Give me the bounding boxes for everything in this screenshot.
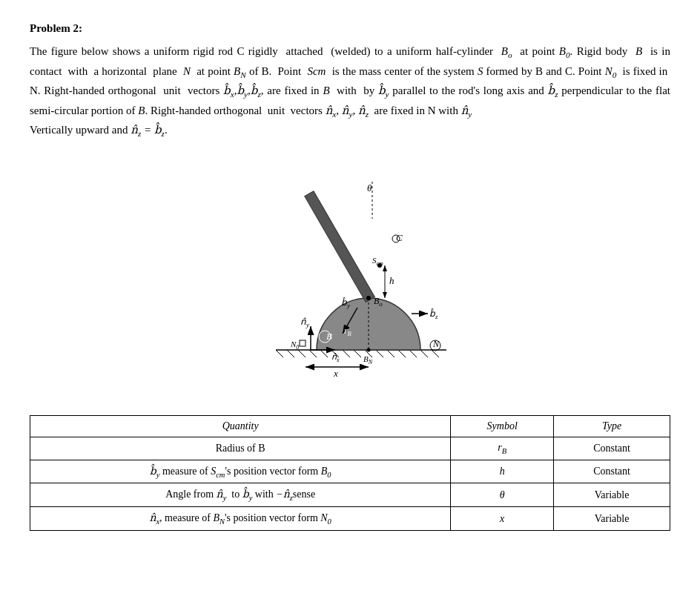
svg-line-2 (287, 350, 294, 357)
col-header-type: Type (554, 415, 670, 437)
svg-text:Scm: Scm (372, 256, 383, 267)
svg-point-38 (367, 348, 371, 351)
type-cell: Variable (554, 507, 670, 531)
svg-point-24 (366, 296, 371, 300)
col-header-symbol: Symbol (451, 415, 554, 437)
symbol-cell: h (451, 460, 554, 483)
svg-text:b̂y: b̂y (341, 297, 350, 309)
svg-text:N0: N0 (290, 340, 299, 351)
svg-line-1 (276, 350, 283, 357)
symbol-cell: θ (451, 483, 554, 507)
problem-description: The figure below shows a uniform rigid r… (30, 42, 670, 141)
problem-container: Problem 2: The figure below shows a unif… (30, 22, 670, 531)
table-row: Angle from n̂y to b̂y with −n̂zsense θ V… (30, 483, 670, 507)
svg-text:Bo: Bo (374, 296, 383, 308)
quantity-cell: b̂y measure of Scm's position vector for… (30, 460, 451, 483)
type-cell: Variable (554, 483, 670, 507)
table-row: b̂y measure of Scm's position vector for… (30, 460, 670, 483)
svg-line-7 (343, 350, 350, 357)
table-row: Radius of B rB Constant (30, 437, 670, 460)
svg-line-11 (387, 350, 394, 357)
type-cell: Constant (554, 460, 670, 483)
problem-figure: B C θ Bo Scm b̂ (231, 156, 469, 393)
svg-text:b̂z: b̂z (429, 308, 438, 320)
figure-container: B C θ Bo Scm b̂ (30, 156, 670, 393)
svg-line-14 (420, 350, 428, 357)
type-cell: Constant (554, 437, 670, 460)
svg-text:n̂x: n̂x (331, 352, 340, 363)
quantity-cell: Angle from n̂y to b̂y with −n̂zsense (30, 483, 451, 507)
table-row: n̂x, measure of BN's position vector for… (30, 507, 670, 531)
svg-text:x: x (333, 368, 338, 379)
svg-line-8 (354, 350, 361, 357)
svg-line-4 (309, 350, 317, 357)
col-header-quantity: Quantity (30, 415, 451, 437)
problem-title: Problem 2: (30, 22, 670, 35)
svg-text:n̂y: n̂y (300, 317, 309, 328)
svg-line-12 (398, 350, 406, 357)
quantity-cell: Radius of B (30, 437, 451, 460)
svg-line-3 (298, 350, 306, 357)
quantities-table: Quantity Symbol Type Radius of B rB Cons… (30, 415, 670, 531)
quantity-cell: n̂x, measure of BN's position vector for… (30, 507, 451, 531)
symbol-cell: x (451, 507, 554, 531)
svg-line-13 (409, 350, 417, 357)
svg-text:θ: θ (367, 182, 372, 194)
svg-text:h: h (389, 275, 394, 286)
symbol-cell: rB (451, 437, 554, 460)
svg-rect-18 (305, 191, 375, 302)
svg-rect-37 (300, 340, 306, 346)
svg-line-5 (320, 350, 328, 357)
svg-line-10 (376, 350, 383, 357)
